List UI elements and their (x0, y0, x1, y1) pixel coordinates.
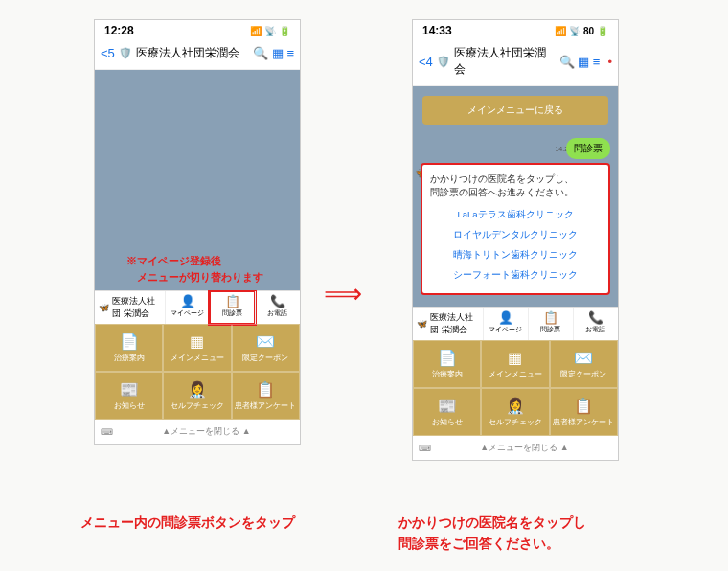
form-icon: 📋 (529, 310, 573, 325)
news-icon: 📰 (414, 397, 480, 415)
clinic-link[interactable]: ロイヤルデンタルクリニック (430, 225, 601, 245)
doc-icon: 📄 (414, 349, 480, 367)
close-menu[interactable]: ⌨▲メニューを閉じる ▲ (95, 420, 300, 444)
card-instruction: かかりつけの医院名をタップし、問診票の回答へお進みください。 (430, 172, 601, 199)
status-icons: 📶 📡 🔋 (250, 26, 290, 36)
coupon-icon: ✉️ (551, 349, 617, 367)
keyboard-icon: ⌨ (101, 427, 113, 437)
time: 14:33 (422, 24, 452, 37)
news-icon: 📰 (96, 380, 162, 399)
status-bar: 14:33 📶 📡 80🔋 (413, 20, 618, 41)
doc-icon: 📄 (96, 332, 162, 351)
tab-form[interactable]: 📋問診票 (528, 308, 573, 340)
tab-phone[interactable]: 📞お電話 (573, 308, 618, 340)
tab-form[interactable]: 📋問診票 (210, 291, 255, 324)
clinic-link[interactable]: LaLaテラス歯科クリニック (430, 205, 601, 225)
form-icon: 📋 (211, 294, 255, 308)
user-bubble: 問診票 (566, 138, 610, 159)
menu-item[interactable]: ▦メインメニュー (481, 340, 549, 388)
shield-icon: 🛡️ (119, 47, 132, 59)
nav-title: 医療法人社団栄潤会 (454, 45, 556, 78)
back-button[interactable]: <4 (419, 55, 433, 69)
person-icon: 👤 (484, 310, 528, 325)
menu-item[interactable]: 📄治療案内 (95, 324, 163, 372)
caption-left: メニュー内の問診票ボタンをタップ (80, 512, 295, 533)
menu-item[interactable]: 📋患者様アンケート (232, 372, 300, 420)
phone-icon: 📞 (256, 294, 300, 308)
menu-item[interactable]: 📋患者様アンケート (550, 388, 618, 436)
menu-grid: 📄治療案内 ▦メインメニュー ✉️限定クーポン 📰お知らせ 👩‍⚕️セルフチェッ… (95, 324, 300, 420)
menu-item[interactable]: 👩‍⚕️セルフチェック (481, 388, 549, 436)
nav-actions[interactable]: 🔍 ▦ ≡ (253, 46, 294, 60)
check-icon: 👩‍⚕️ (482, 397, 548, 415)
tab-mypage[interactable]: 👤マイページ (483, 308, 528, 340)
back-button[interactable]: <5 (101, 46, 115, 60)
phone-icon: 📞 (574, 310, 618, 325)
brand-tab: 🦋医療法人社団 栄潤会 (413, 308, 483, 340)
tab-row: 🦋医療法人社団 栄潤会 👤マイページ 📋問診票 📞お電話 (413, 307, 618, 340)
chat-area: メインメニューに戻る 14:20 問診票 🦋 かかりつけの医院名をタップし、問診… (413, 86, 618, 307)
clinic-card: かかりつけの医院名をタップし、問診票の回答へお進みください。 LaLaテラス歯科… (421, 163, 610, 295)
time: 12:28 (104, 24, 134, 37)
coupon-icon: ✉️ (233, 332, 299, 351)
nav-actions[interactable]: 🔍 ▦ ≡ • (559, 55, 612, 69)
keyboard-icon: ⌨ (419, 444, 431, 453)
menu-grid: 📄治療案内 ▦メインメニュー ✉️限定クーポン 📰お知らせ 👩‍⚕️セルフチェッ… (413, 340, 618, 436)
clinic-link[interactable]: 晴海トリトン歯科クリニック (430, 245, 601, 265)
nav-title: 医療法人社団栄潤会 (136, 45, 249, 61)
menu-item[interactable]: 📰お知らせ (413, 388, 481, 436)
butterfly-icon: 🦋 (99, 303, 109, 312)
arrow-icon: ⟹ (324, 278, 362, 309)
return-banner[interactable]: メインメニューに戻る (422, 96, 608, 125)
menu-item[interactable]: ✉️限定クーポン (550, 340, 618, 388)
brand-tab: 🦋医療法人社団 栄潤会 (95, 291, 165, 324)
shield-icon: 🛡️ (437, 56, 450, 68)
status-bar: 12:28 📶 📡 🔋 (95, 20, 300, 41)
annotation-left: ※マイページ登録後 メニューが切り替わります (126, 253, 263, 285)
grid-icon: ▦ (482, 349, 548, 367)
status-icons: 📶 📡 80🔋 (555, 26, 608, 36)
phone-left: 12:28 📶 📡 🔋 <5 🛡️ 医療法人社団栄潤会 🔍 ▦ ≡ 🦋医療法人社… (94, 19, 301, 445)
caption-right: かかりつけの医院名をタップし問診票をご回答ください。 (398, 512, 586, 555)
close-menu[interactable]: ⌨▲メニューを閉じる ▲ (413, 436, 618, 460)
tab-mypage[interactable]: 👤マイページ (165, 291, 210, 324)
butterfly-icon: 🦋 (417, 319, 427, 329)
menu-item[interactable]: 👩‍⚕️セルフチェック (163, 372, 231, 420)
tab-phone[interactable]: 📞お電話 (255, 291, 300, 324)
survey-icon: 📋 (233, 380, 299, 399)
menu-item[interactable]: 📰お知らせ (95, 372, 163, 420)
survey-icon: 📋 (551, 397, 617, 415)
clinic-link[interactable]: シーフォート歯科クリニック (430, 265, 601, 286)
person-icon: 👤 (166, 294, 210, 308)
tab-row: 🦋医療法人社団 栄潤会 👤マイページ 📋問診票 📞お電話 (95, 290, 300, 324)
grid-icon: ▦ (164, 332, 230, 351)
nav-bar: <5 🛡️ 医療法人社団栄潤会 🔍 ▦ ≡ (95, 41, 300, 70)
phone-right: 14:33 📶 📡 80🔋 <4 🛡️ 医療法人社団栄潤会 🔍 ▦ ≡ • メイ… (412, 19, 619, 461)
menu-item[interactable]: ▦メインメニュー (163, 324, 231, 372)
check-icon: 👩‍⚕️ (164, 380, 230, 399)
menu-item[interactable]: 📄治療案内 (413, 340, 481, 388)
menu-item[interactable]: ✉️限定クーポン (232, 324, 300, 372)
nav-bar: <4 🛡️ 医療法人社団栄潤会 🔍 ▦ ≡ • (413, 41, 618, 86)
